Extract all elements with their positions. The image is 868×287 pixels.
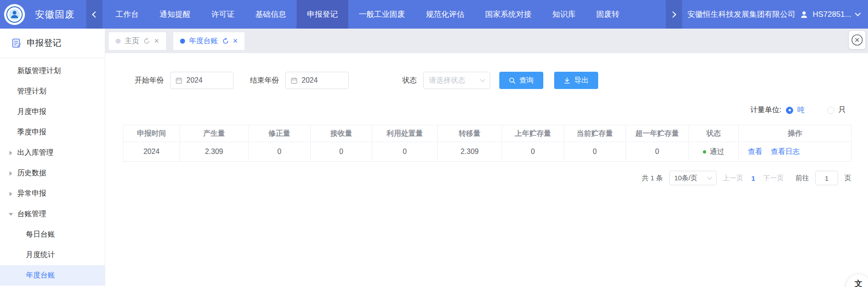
chevron-right-icon <box>670 11 676 17</box>
nav-item-license[interactable]: 许可证 <box>201 0 245 29</box>
next-page-button[interactable]: 下一页 <box>763 174 784 183</box>
sidebar-item-label: 出入库管理 <box>17 148 54 158</box>
cell-utilized: 0 <box>372 142 438 162</box>
sidebar-item-monthly-statistics[interactable]: 月度统计 <box>0 245 105 265</box>
chevron-down-icon <box>855 10 861 16</box>
page-number-1[interactable]: 1 <box>750 174 757 182</box>
start-year-input[interactable] <box>170 72 234 89</box>
app-window: 安徽固废 工作台 通知提醒 许可证 基础信息 申报登记 一般工业固废 规范化评估… <box>0 0 868 287</box>
start-year-field[interactable] <box>186 76 228 84</box>
cell-status: 通过 <box>689 142 739 162</box>
close-icon[interactable]: × <box>233 37 238 45</box>
nav-item-general-industrial-waste[interactable]: 一般工业固废 <box>348 0 415 29</box>
nav-scroll-button[interactable] <box>666 0 682 29</box>
goto-page-input[interactable] <box>815 171 838 185</box>
end-year-field[interactable] <box>302 76 343 84</box>
tab-dot-icon <box>180 39 185 44</box>
download-icon <box>564 77 571 84</box>
panel-close-button[interactable] <box>849 31 865 49</box>
unit-option-label: 吨 <box>797 105 805 115</box>
tab-home[interactable]: 主页 × <box>109 32 166 50</box>
nav-item-standardization-assessment[interactable]: 规范化评估 <box>415 0 475 29</box>
app-logo-icon <box>4 4 25 25</box>
caret-right-icon <box>10 151 12 155</box>
radio-checked-icon[interactable] <box>786 107 793 114</box>
top-navbar: 安徽固废 工作台 通知提醒 许可证 基础信息 申报登记 一般工业固废 规范化评估… <box>0 0 868 29</box>
col-header: 状态 <box>689 125 739 142</box>
tab-annual-ledger[interactable]: 年度台账 × <box>173 32 245 50</box>
col-header: 超一年贮存量 <box>626 125 689 142</box>
col-header: 转移量 <box>438 125 502 142</box>
sidebar-item-daily-ledger[interactable]: 每日台账 <box>0 224 105 245</box>
col-header: 产生量 <box>180 125 249 142</box>
app-title: 安徽固废 <box>35 8 75 21</box>
cell-over-year-storage: 0 <box>626 142 689 162</box>
chevron-down-icon <box>480 77 485 82</box>
unit-option-ton[interactable]: 吨 <box>786 105 805 115</box>
sidebar-item-label: 异常申报 <box>17 189 46 198</box>
nav-item-waste-transfer[interactable]: 固废转 <box>586 0 630 29</box>
radio-unchecked-icon[interactable] <box>827 107 834 114</box>
sidebar-item-inventory-management[interactable]: 出入库管理 <box>0 143 105 163</box>
view-log-link[interactable]: 查看日志 <box>770 148 800 155</box>
user-icon <box>800 10 808 19</box>
sidebar-item-management-plan[interactable]: 管理计划 <box>0 81 105 102</box>
page-size-value: 10条/页 <box>674 174 697 183</box>
tab-label: 主页 <box>125 36 139 46</box>
sidebar-item-monthly-declaration[interactable]: 月度申报 <box>0 102 105 122</box>
sidebar-item-annual-ledger[interactable]: 年度台账 <box>0 265 105 286</box>
total-count: 共 1 条 <box>642 174 663 183</box>
unit-option-piece[interactable]: 只 <box>827 105 846 115</box>
end-year-label: 结束年份 <box>250 76 279 85</box>
sidebar-item-abnormal-declaration[interactable]: 异常申报 <box>0 183 105 204</box>
cell-generated: 2.309 <box>180 142 249 162</box>
sidebar-item-new-management-plan[interactable]: 新版管理计划 <box>0 61 105 81</box>
nav-item-basic-info[interactable]: 基础信息 <box>245 0 297 29</box>
search-button[interactable]: 查询 <box>499 72 543 89</box>
nav-item-workbench[interactable]: 工作台 <box>105 0 149 29</box>
status-label: 状态 <box>402 76 417 85</box>
sidebar-item-ledger-management[interactable]: 台账管理 <box>0 204 105 224</box>
nav-item-notifications[interactable]: 通知提醒 <box>149 0 201 29</box>
status-placeholder: 请选择状态 <box>429 76 465 85</box>
unit-label: 计量单位: <box>751 105 781 115</box>
end-year-input[interactable] <box>285 72 349 89</box>
start-year-label: 开始年份 <box>135 76 164 85</box>
sidebar-item-quarterly-declaration[interactable]: 季度申报 <box>0 122 105 143</box>
status-select[interactable]: 请选择状态 <box>423 72 490 89</box>
search-icon <box>509 77 516 84</box>
col-header: 接收量 <box>311 125 372 142</box>
nav-item-national-system-integration[interactable]: 国家系统对接 <box>475 0 542 29</box>
sidebar-item-label: 台账管理 <box>17 209 46 219</box>
nav-item-knowledge-base[interactable]: 知识库 <box>542 0 586 29</box>
col-header: 申报时间 <box>123 125 180 142</box>
user-menu[interactable]: 安徽恒生科技发展集团有限公司 HS72851... <box>682 0 868 29</box>
export-button[interactable]: 导出 <box>554 72 598 89</box>
chevron-left-icon <box>92 11 98 17</box>
calendar-icon <box>291 77 297 84</box>
unit-selector: 计量单位: 吨 只 <box>123 105 851 115</box>
cell-declare-time: 2024 <box>123 142 180 162</box>
refresh-icon[interactable] <box>143 38 150 45</box>
tab-bar: 主页 × 年度台账 <box>105 29 868 53</box>
calendar-icon <box>176 77 182 84</box>
filter-bar: 开始年份 结束年份 <box>135 72 851 89</box>
search-button-label: 查询 <box>519 76 534 85</box>
sidebar-item-historical-data[interactable]: 历史数据 <box>0 163 105 183</box>
user-id: HS72851... <box>813 10 851 19</box>
nav-collapse-button[interactable] <box>86 0 102 29</box>
unit-option-label: 只 <box>839 105 846 115</box>
col-header: 修正量 <box>249 125 311 142</box>
caret-right-icon <box>10 192 12 196</box>
prev-page-button[interactable]: 上一页 <box>723 174 743 183</box>
close-icon[interactable]: × <box>154 37 159 45</box>
col-header: 当前贮存量 <box>564 125 626 142</box>
page-size-select[interactable]: 10条/页 <box>669 171 717 185</box>
refresh-icon[interactable] <box>222 38 229 45</box>
annual-ledger-table: 申报时间 产生量 修正量 接收量 利用处置量 转移量 上年贮存量 当前贮存量 超… <box>123 125 852 162</box>
view-link[interactable]: 查看 <box>748 148 762 155</box>
cell-corrected: 0 <box>249 142 311 162</box>
company-name: 安徽恒生科技发展集团有限公司 <box>688 9 795 20</box>
brand-area: 安徽固废 <box>0 0 86 29</box>
nav-item-declaration[interactable]: 申报登记 <box>297 0 348 29</box>
